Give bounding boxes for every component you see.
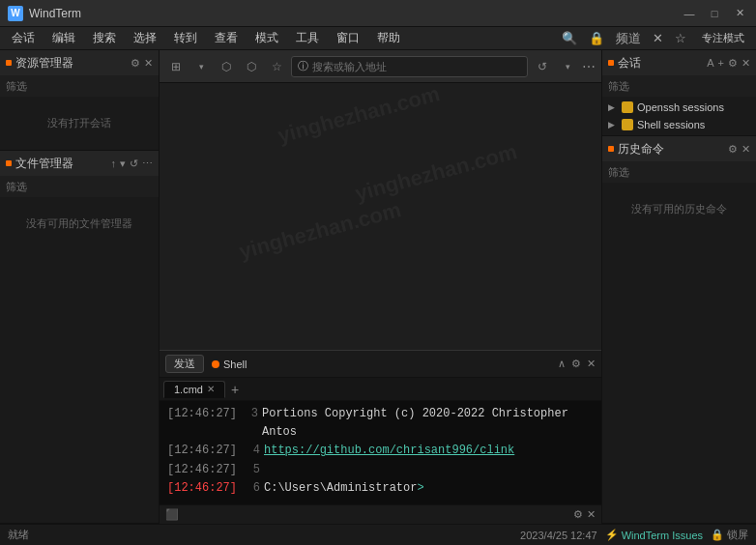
menu-select[interactable]: 选择 — [126, 28, 164, 48]
settings-icon[interactable]: ☆ — [671, 29, 690, 47]
sessions-settings-icon[interactable]: ⚙ — [728, 57, 738, 70]
history-title: 历史命令 — [618, 141, 724, 158]
sessions-actions: A + ⚙ ✕ — [707, 57, 750, 70]
sessions-title: 会话 — [618, 55, 703, 72]
window-controls: — □ ✕ — [681, 5, 748, 22]
term-line-5: [12:46:27] 5 — [167, 461, 594, 479]
lock-icon[interactable]: 🔒 — [585, 29, 608, 47]
bookmark-icon[interactable]: ☆ — [266, 56, 287, 77]
more-options-icon[interactable]: ⋯ — [582, 59, 596, 74]
new-tab-dropdown-icon[interactable]: ▾ — [190, 56, 212, 77]
resource-indicator — [6, 60, 12, 66]
file-refresh-icon[interactable]: ↺ — [130, 158, 138, 170]
close-button[interactable]: ✕ — [731, 5, 748, 22]
center-area: ⊞ ▾ ⬡ ⬡ ☆ ⓘ ↺ ▾ ⋯ yinghezhan.com yinghez… — [160, 50, 601, 524]
term-time-3: [12:46:27] — [167, 405, 235, 442]
menubar: 会话 编辑 搜索 选择 转到 查看 模式 工具 窗口 帮助 🔍 🔒 频道 ✕ ☆… — [0, 27, 756, 50]
shell-folder-icon — [622, 119, 633, 130]
nav-forward-icon[interactable]: ⬡ — [241, 56, 262, 77]
term-num-6: 6 — [241, 479, 260, 498]
sessions-add-icon[interactable]: A — [707, 57, 713, 70]
right-panel: 会话 A + ⚙ ✕ ▶ Openssh sessions ▶ — [601, 50, 756, 524]
term-line-6: [12:46:27] 6 C:\Users\Administrator> — [167, 479, 594, 498]
new-terminal-tab-icon[interactable]: + — [231, 382, 239, 397]
terminal-tab-1cmd[interactable]: 1.cmd ✕ — [163, 381, 225, 398]
menu-mode[interactable]: 模式 — [247, 28, 286, 48]
menu-session[interactable]: 会话 — [4, 28, 43, 48]
menu-view[interactable]: 查看 — [207, 28, 246, 48]
app-icon: W — [8, 6, 23, 21]
issues-label: WindTerm Issues — [622, 530, 703, 541]
terminal-bottom-bar: ⬛ ⚙ ✕ — [160, 504, 601, 524]
history-header: 历史命令 ⚙ ✕ — [602, 136, 756, 161]
history-settings-icon[interactable]: ⚙ — [728, 143, 738, 156]
tab-close-icon[interactable]: ✕ — [207, 384, 215, 394]
send-tab[interactable]: 发送 — [165, 355, 204, 373]
titlebar: W WindTerm — □ ✕ — [0, 0, 756, 27]
resource-manager-header: 资源管理器 ⚙ ✕ — [0, 50, 159, 75]
issues-icon: ⚡ — [605, 529, 619, 541]
focus-mode-button[interactable]: 专注模式 — [694, 29, 752, 47]
menu-search[interactable]: 搜索 — [85, 28, 124, 48]
term-link-4[interactable]: https://github.com/chrisant996/clink — [264, 442, 514, 460]
sessions-filter-input[interactable] — [608, 80, 750, 92]
refresh-dropdown-icon[interactable]: ▾ — [557, 56, 578, 77]
history-close-icon[interactable]: ✕ — [741, 143, 750, 156]
file-more-icon[interactable]: ⋯ — [142, 158, 153, 170]
status-issues[interactable]: ⚡ WindTerm Issues — [605, 529, 703, 541]
terminal-settings-icon[interactable]: ⚙ — [571, 358, 581, 370]
terminal-close-icon[interactable]: ✕ — [587, 358, 596, 370]
menu-edit[interactable]: 编辑 — [44, 28, 83, 48]
file-up-icon[interactable]: ↑ — [111, 158, 117, 170]
sessions-plus-icon[interactable]: + — [718, 57, 724, 70]
terminal-bottom-close-icon[interactable]: ✕ — [587, 508, 596, 521]
refresh-icon[interactable]: ↺ — [532, 56, 553, 77]
status-lock[interactable]: 🔒 锁屏 — [711, 528, 748, 542]
file-actions: ↑ ▾ ↺ ⋯ — [111, 158, 154, 170]
shell-tab[interactable]: Shell — [212, 359, 247, 370]
history-empty-text: 没有可用的历史命令 — [602, 183, 756, 236]
sessions-filter-bar — [602, 75, 756, 97]
close-toolbar-icon[interactable]: ✕ — [649, 29, 667, 47]
shell-session-label: Shell sessions — [637, 119, 705, 130]
info-icon: ⓘ — [298, 59, 308, 73]
resource-filter-input[interactable] — [6, 80, 153, 92]
minimize-button[interactable]: — — [681, 5, 698, 22]
main-area: 资源管理器 ⚙ ✕ 没有打开会话 文件管理器 ↑ ▾ ↺ ⋯ — [0, 50, 756, 524]
terminal-tabs-bar: 发送 Shell ∧ ⚙ ✕ — [160, 351, 601, 378]
resource-close-icon[interactable]: ✕ — [144, 57, 153, 70]
terminal-bottom-settings-icon[interactable]: ⚙ — [573, 508, 583, 521]
sessions-close-icon[interactable]: ✕ — [741, 57, 750, 70]
resource-filter-bar — [0, 75, 159, 97]
term-num-5: 5 — [241, 461, 260, 479]
term-line-3: [12:46:27] 3 Portions Copyright (c) 2020… — [167, 405, 594, 442]
menu-goto[interactable]: 转到 — [166, 28, 205, 48]
menu-window[interactable]: 窗口 — [329, 28, 367, 48]
menu-help[interactable]: 帮助 — [369, 28, 408, 48]
menu-tools[interactable]: 工具 — [288, 28, 327, 48]
terminal-bottom-icon[interactable]: ⬛ — [165, 508, 179, 521]
new-tab-icon[interactable]: ⊞ — [165, 56, 187, 77]
history-filter-input[interactable] — [608, 166, 750, 178]
terminal-right-controls: ∧ ⚙ ✕ — [558, 358, 596, 370]
maximize-button[interactable]: □ — [706, 5, 723, 22]
search-icon[interactable]: 🔍 — [558, 29, 581, 47]
terminal-chevron-up-icon[interactable]: ∧ — [558, 358, 566, 370]
terminal-area: 发送 Shell ∧ ⚙ ✕ 1.cmd ✕ + — [160, 350, 601, 524]
file-dropdown-icon[interactable]: ▾ — [120, 158, 126, 170]
session-item-openssh[interactable]: ▶ Openssh sessions — [602, 99, 756, 116]
channel-icon[interactable]: 频道 — [612, 28, 645, 49]
expand-openssh-icon: ▶ — [608, 102, 618, 112]
address-bar: ⓘ — [291, 56, 528, 77]
lock-icon: 🔒 — [711, 529, 724, 541]
term-line-4: [12:46:27] 4 https://github.com/chrisant… — [167, 442, 594, 460]
file-empty-text: 没有可用的文件管理器 — [0, 197, 159, 250]
statusbar: 就绪 2023/4/25 12:47 ⚡ WindTerm Issues 🔒 锁… — [0, 524, 756, 545]
nav-back-icon[interactable]: ⬡ — [216, 56, 237, 77]
openssh-folder-icon — [622, 101, 633, 113]
address-input[interactable] — [312, 61, 521, 72]
session-item-shell[interactable]: ▶ Shell sessions — [602, 116, 756, 133]
file-filter-input[interactable] — [6, 181, 153, 192]
file-filter-bar — [0, 176, 159, 197]
resource-settings-icon[interactable]: ⚙ — [131, 57, 140, 70]
